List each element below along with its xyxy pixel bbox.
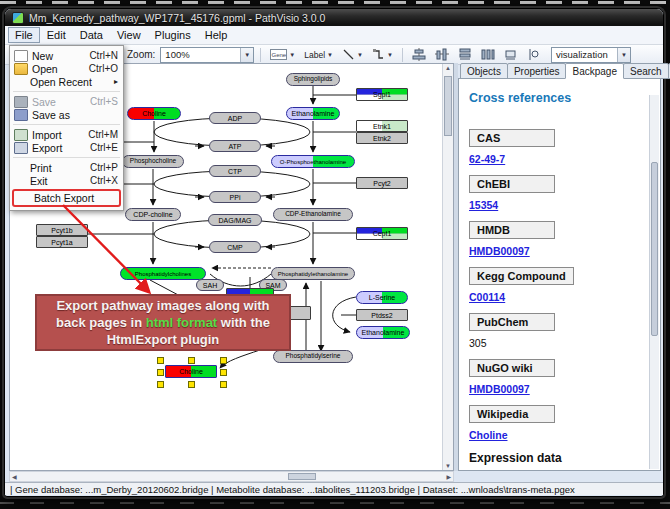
file-menu-item-save-as[interactable]: Save as — [10, 108, 123, 121]
pathway-node-ethanolamine-2[interactable]: Ethanolamine — [356, 326, 410, 339]
crossref-value: C00114 — [469, 291, 650, 303]
file-menu-item-export[interactable]: ExportCtrl+E — [10, 141, 123, 154]
add-label-button[interactable]: Label ▼ — [301, 47, 336, 63]
visualization-dropdown-arrow-icon[interactable]: ▼ — [617, 48, 630, 62]
crossref-link[interactable]: HMDB00097 — [469, 383, 530, 395]
add-gene-datanode-button[interactable]: Gene ▼ — [267, 47, 298, 63]
pathway-node-pcyt1b[interactable]: Pcyt1b — [36, 224, 88, 236]
pathway-node-phosphocholine[interactable]: Phosphocholine — [122, 155, 184, 168]
menu-item-label: Open Recent — [30, 76, 92, 88]
crossref-link[interactable]: Choline — [469, 429, 508, 441]
menu-item-spacer — [14, 176, 26, 186]
menu-data[interactable]: Data — [73, 27, 110, 43]
pathway-node-cdp-choline[interactable]: CDP-choline — [125, 208, 181, 221]
zoom-combobox[interactable]: 100% ▼ — [160, 47, 254, 63]
common-size-button[interactable] — [501, 47, 521, 63]
panel-vertical-scrollbar[interactable] — [649, 95, 659, 469]
selection-handle[interactable] — [220, 357, 227, 364]
menu-plugins[interactable]: Plugins — [148, 27, 198, 43]
pathway-node-ctp[interactable]: CTP — [209, 165, 261, 177]
pathway-node-o-phosphoethanolamine[interactable]: O-Phosphoethanolamine — [271, 155, 355, 168]
pathway-node-cdp-ethanolamine[interactable]: CDP-Ethanolamine — [273, 208, 353, 221]
crossref-link[interactable]: 62-49-7 — [469, 153, 505, 165]
expression-data-heading: Expression data — [469, 451, 650, 465]
node-label: Etnk2 — [373, 135, 391, 142]
pathway-node-choline-selected[interactable]: Choline — [165, 365, 217, 378]
selection-handle[interactable] — [188, 381, 195, 388]
scrollbar-thumb[interactable] — [444, 76, 452, 136]
canvas-vertical-scrollbar[interactable]: ▲ ▼ — [442, 64, 453, 470]
selection-handle[interactable] — [220, 381, 227, 388]
pathway-node-phosphatidylethanolamine[interactable]: Phosphatidylethanolamine — [271, 267, 355, 280]
selection-handle[interactable] — [220, 369, 227, 376]
selection-handle[interactable] — [188, 357, 195, 364]
pathway-node-phosphatidylcholines[interactable]: Phosphatidylcholines — [120, 267, 206, 280]
crossref-link[interactable]: C00114 — [469, 291, 505, 303]
canvas-horizontal-scrollbar[interactable]: ◀ ▶ — [9, 471, 454, 482]
pathway-node-cept1[interactable]: Cept1 — [356, 227, 408, 240]
pathway-node-ppi[interactable]: PPi — [209, 191, 261, 203]
node-label: CTP — [228, 168, 242, 175]
visualization-combobox[interactable]: visualization ▼ — [551, 47, 631, 63]
scroll-left-icon[interactable]: ◀ — [12, 473, 17, 480]
pathway-node-sphingolipids[interactable]: Sphingolipids — [286, 73, 340, 86]
pathway-node-l-serine[interactable]: L-Serine — [356, 291, 408, 304]
tab-search[interactable]: Search — [623, 63, 669, 79]
connector-tool-button[interactable]: ▼ — [369, 47, 396, 63]
node-label: Choline — [179, 368, 203, 375]
scrollbar-thumb[interactable] — [288, 473, 316, 480]
file-menu-item-new[interactable]: NewCtrl+N — [10, 49, 123, 62]
crossref-link[interactable]: 15354 — [469, 199, 498, 211]
selection-handle[interactable] — [157, 357, 164, 364]
tab-backpage[interactable]: Backpage — [565, 63, 623, 79]
title-bar[interactable]: Mm_Kennedy_pathway_WP1771_45176.gpml - P… — [5, 9, 663, 26]
pathway-node-sah[interactable]: SAH — [196, 279, 224, 291]
pathway-node-etnk1[interactable]: Etnk1 — [356, 120, 408, 132]
pathway-node-pcyt1a[interactable]: Pcyt1a — [36, 236, 88, 248]
pathway-node-adp[interactable]: ADP — [209, 112, 261, 124]
line-tool-button[interactable]: ▼ — [339, 47, 366, 63]
file-menu-item-exit[interactable]: ExitCtrl+X — [10, 174, 123, 187]
pathway-node-dag-mag[interactable]: DAG/MAG — [208, 214, 262, 226]
menu-edit[interactable]: Edit — [40, 27, 73, 43]
menu-view[interactable]: View — [110, 27, 148, 43]
file-menu-item-open-recent[interactable]: Open Recent▸ — [10, 75, 123, 88]
crossref-value: HMDB00097 — [469, 245, 650, 257]
scroll-up-icon[interactable]: ▲ — [443, 65, 453, 71]
crossref-source-header: PubChem — [469, 313, 555, 331]
pathway-node-etnk2[interactable]: Etnk2 — [356, 132, 408, 144]
pathway-node-atp[interactable]: ATP — [209, 140, 261, 152]
file-menu-item-save[interactable]: SaveCtrl+S — [10, 95, 123, 108]
pathway-node-sgpl1[interactable]: Sgpl1 — [356, 88, 408, 101]
selection-handle[interactable] — [157, 381, 164, 388]
tab-properties[interactable]: Properties — [507, 63, 567, 79]
node-label: CDP-Ethanolamine — [285, 211, 341, 218]
selection-handle[interactable] — [157, 369, 164, 376]
scrollbar-thumb[interactable] — [651, 162, 658, 336]
menu-help[interactable]: Help — [198, 27, 235, 43]
pathway-node-ptdss2[interactable]: Ptdss2 — [356, 309, 408, 321]
file-menu-item-batch-export[interactable]: Batch Export — [12, 189, 121, 207]
stack-vertical-button[interactable] — [455, 47, 475, 63]
file-menu-item-open[interactable]: OpenCtrl+O — [10, 62, 123, 75]
pathway-node-ethanolamine[interactable]: Ethanolamine — [286, 107, 340, 120]
menu-file[interactable]: File — [8, 27, 40, 43]
align-center-vertical-button[interactable] — [432, 47, 452, 63]
crossref-link[interactable]: HMDB00097 — [469, 245, 530, 257]
pathway-node-phosphatidylserine[interactable]: Phosphatidylserine — [273, 350, 353, 363]
stack-horizontal-button[interactable] — [478, 47, 498, 63]
node-label: CMP — [227, 244, 243, 251]
scroll-down-icon[interactable]: ▼ — [443, 463, 453, 469]
pathway-node-choline-top[interactable]: Choline — [127, 107, 181, 120]
zoom-dropdown-arrow-icon[interactable]: ▼ — [240, 48, 253, 62]
file-menu-item-import[interactable]: ImportCtrl+M — [10, 128, 123, 141]
scroll-right-icon[interactable]: ▶ — [446, 473, 451, 480]
pathway-node-pcyt2[interactable]: Pcyt2 — [356, 177, 408, 189]
tab-objects[interactable]: Objects — [460, 63, 508, 79]
align-center-horizontal-button[interactable] — [409, 47, 429, 63]
node-label: SAH — [203, 282, 217, 289]
pathway-node-cmp[interactable]: CMP — [209, 241, 261, 253]
align-left-button[interactable] — [524, 47, 544, 63]
file-menu-item-print[interactable]: PrintCtrl+P — [10, 161, 123, 174]
window-title: Mm_Kennedy_pathway_WP1771_45176.gpml - P… — [29, 12, 325, 24]
